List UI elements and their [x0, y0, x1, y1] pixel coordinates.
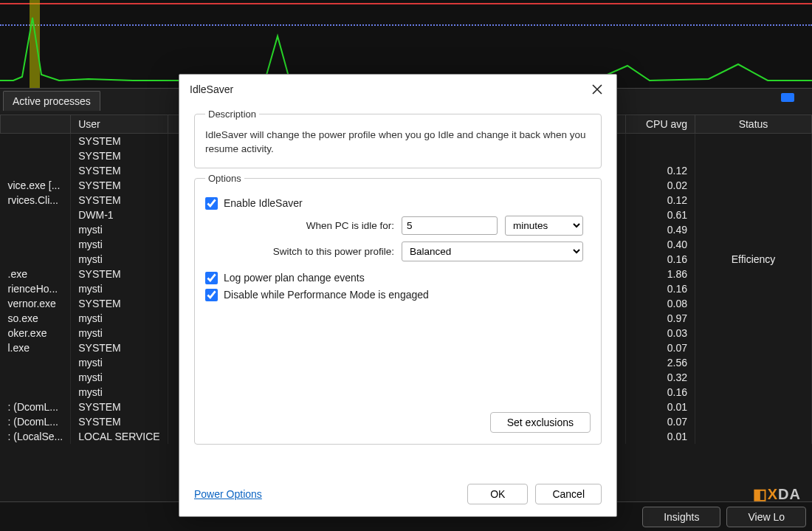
cell-user: SYSTEM [71, 134, 168, 149]
dialog-title: IdleSaver [190, 83, 233, 95]
cell-user: mysti [71, 311, 168, 326]
cell-status [695, 163, 811, 178]
col-process[interactable] [1, 115, 71, 134]
cell-status [695, 400, 811, 414]
cell-cpu: 2.56 [626, 355, 695, 370]
idle-unit-select[interactable]: minutes [505, 216, 583, 236]
cell-cpu: 0.97 [626, 311, 695, 326]
cell-cpu: 1.86 [626, 267, 695, 281]
chart-threshold-line [0, 3, 812, 4]
cell-cpu: 0.49 [626, 222, 695, 237]
cell-user: SYSTEM [71, 193, 168, 208]
cell-user: SYSTEM [71, 267, 168, 281]
cell-user: DWM-1 [71, 208, 168, 222]
cell-cpu: 0.07 [626, 340, 695, 355]
cell-status [695, 370, 811, 385]
cell-cpu: 0.16 [626, 281, 695, 296]
cell-user: SYSTEM [71, 340, 168, 355]
cell-cpu: 0.61 [626, 208, 695, 222]
cell-process: : (LocalSe... [1, 429, 71, 444]
cell-cpu: 0.07 [626, 414, 695, 429]
disable-perfmode-checkbox[interactable] [205, 289, 218, 301]
cell-user: mysti [71, 237, 168, 252]
cell-process [1, 163, 71, 178]
power-profile-select[interactable]: Balanced [402, 241, 583, 261]
cell-status [695, 267, 811, 281]
col-status[interactable]: Status [695, 115, 811, 134]
cell-cpu: 0.01 [626, 429, 695, 444]
cell-cpu: 0.01 [626, 400, 695, 414]
ok-button[interactable]: OK [467, 484, 528, 504]
description-group: Description IdleSaver will change the po… [194, 109, 602, 168]
cell-user: mysti [71, 370, 168, 385]
cell-process: : (DcomL... [1, 400, 71, 414]
cell-cpu [626, 134, 695, 149]
insights-button[interactable]: Insights [642, 507, 720, 527]
close-icon[interactable] [585, 79, 609, 100]
cell-status [695, 208, 811, 222]
view-log-button[interactable]: View Lo [726, 507, 806, 527]
cell-cpu: 0.32 [626, 370, 695, 385]
enable-idlesaver-label: Enable IdleSaver [224, 197, 303, 209]
cell-process [1, 237, 71, 252]
set-exclusions-button[interactable]: Set exclusions [490, 412, 591, 433]
cell-process [1, 385, 71, 400]
power-profile-label: Switch to this power profile: [224, 246, 394, 257]
cell-cpu: 0.40 [626, 237, 695, 252]
cell-status [695, 429, 811, 444]
cell-status [695, 281, 811, 296]
idle-for-label: When PC is idle for: [224, 220, 394, 231]
log-events-checkbox[interactable] [205, 272, 218, 284]
options-legend: Options [205, 173, 244, 184]
cell-process [1, 370, 71, 385]
idle-for-input[interactable] [402, 216, 498, 235]
cell-process [1, 134, 71, 149]
col-cpu-avg[interactable]: CPU avg [626, 115, 695, 134]
cell-user: SYSTEM [71, 148, 168, 163]
power-options-link[interactable]: Power Options [194, 488, 262, 500]
cell-user: mysti [71, 355, 168, 370]
cell-status [695, 326, 811, 340]
watermark: ◧XDA [753, 485, 801, 503]
cancel-button[interactable]: Cancel [535, 484, 602, 504]
zoom-slider[interactable] [781, 93, 811, 102]
cell-user: LOCAL SERVICE [71, 429, 168, 444]
cell-cpu: 0.12 [626, 193, 695, 208]
cell-status [695, 237, 811, 252]
cell-process [1, 355, 71, 370]
cell-cpu: 0.16 [626, 252, 695, 267]
enable-idlesaver-checkbox[interactable] [205, 197, 218, 210]
cell-process: oker.exe [1, 326, 71, 340]
idlesaver-dialog: IdleSaver Description IdleSaver will cha… [179, 74, 617, 517]
cell-status [695, 340, 811, 355]
cell-user: mysti [71, 252, 168, 267]
cell-user: SYSTEM [71, 296, 168, 311]
cell-process: l.exe [1, 340, 71, 355]
cell-user: mysti [71, 222, 168, 237]
cell-user: mysti [71, 326, 168, 340]
cell-status [695, 193, 811, 208]
cell-process: rvices.Cli... [1, 193, 71, 208]
cell-user: SYSTEM [71, 178, 168, 193]
tab-active-processes[interactable]: Active processes [3, 91, 100, 111]
cell-process: rienceHo... [1, 281, 71, 296]
cell-process [1, 222, 71, 237]
options-group: Options Enable IdleSaver When PC is idle… [194, 173, 602, 445]
cell-status [695, 148, 811, 163]
cell-process [1, 148, 71, 163]
cell-status [695, 296, 811, 311]
cell-status [695, 134, 811, 149]
disable-perfmode-label: Disable while Performance Mode is engage… [224, 289, 429, 301]
cell-status [695, 311, 811, 326]
cell-user: mysti [71, 385, 168, 400]
cell-user: mysti [71, 281, 168, 296]
description-legend: Description [205, 109, 259, 120]
cell-cpu: 0.16 [626, 385, 695, 400]
cell-status [695, 178, 811, 193]
description-text: IdleSaver will change the power profile … [205, 129, 591, 157]
col-user[interactable]: User [71, 115, 168, 134]
cell-status [695, 222, 811, 237]
cell-user: SYSTEM [71, 163, 168, 178]
cell-process: : (DcomL... [1, 414, 71, 429]
cell-user: SYSTEM [71, 414, 168, 429]
